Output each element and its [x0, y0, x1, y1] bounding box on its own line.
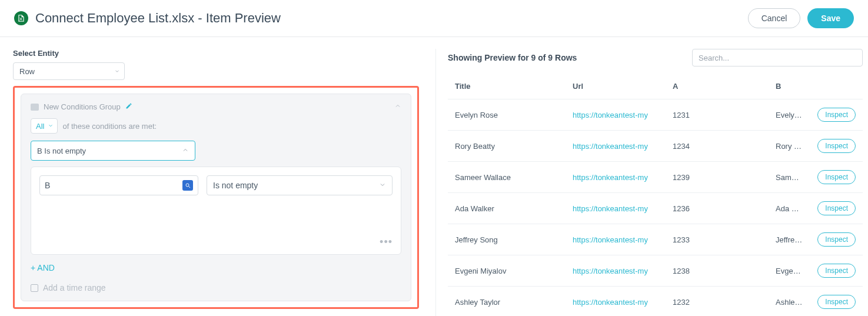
inspect-button[interactable]: Inspect [817, 295, 856, 309]
operator-select-value: Is not empty [213, 181, 258, 190]
cell-title: Sameer Wallace [448, 162, 566, 193]
cell-b: Sameer Wallace [769, 162, 810, 193]
url-link[interactable]: https://tonkeantest-my [573, 235, 648, 244]
cell-title: Ada Walker [448, 193, 566, 224]
chevron-down-icon [48, 122, 54, 131]
cell-b: Evelyn Rose [769, 99, 810, 131]
cell-title: Jeffrey Song [448, 224, 566, 255]
search-input[interactable] [692, 49, 863, 66]
mode-select[interactable]: All [31, 118, 58, 134]
url-link[interactable]: https://tonkeantest-my [573, 267, 648, 275]
cell-a: 1233 [666, 224, 769, 255]
url-link[interactable]: https://tonkeantest-my [573, 204, 648, 213]
cell-b: Rory Beatty [769, 131, 810, 162]
cell-a: 1236 [666, 193, 769, 224]
inspect-button[interactable]: Inspect [817, 108, 856, 122]
table-row: Rory Beattyhttps://tonkeantest-my1234Ror… [448, 131, 863, 162]
more-actions-icon[interactable]: ••• [380, 236, 393, 248]
cell-a: 1239 [666, 162, 769, 193]
table-row: Sameer Wallacehttps://tonkeantest-my1239… [448, 162, 863, 193]
inspect-button[interactable]: Inspect [817, 264, 856, 278]
url-link[interactable]: https://tonkeantest-my [573, 298, 648, 307]
url-link[interactable]: https://tonkeantest-my [573, 111, 648, 119]
cell-b: Ada Walker [769, 193, 810, 224]
condition-editor-row: B Is not empty [39, 175, 393, 195]
condition-summary[interactable]: B Is not empty [31, 141, 195, 161]
field-input-value: B [45, 181, 50, 190]
cell-title: Ashley Taylor [448, 287, 566, 317]
cell-b: Ashley Taylor [769, 287, 810, 317]
entity-select-wrap[interactable]: Row [13, 62, 125, 80]
cell-url: https://tonkeantest-my [566, 287, 666, 317]
url-link[interactable]: https://tonkeantest-my [573, 173, 648, 182]
save-button[interactable]: Save [807, 8, 854, 28]
content: Select Entity Row New Conditions Group [0, 37, 868, 316]
conditions-highlight-box: New Conditions Group All [13, 86, 419, 309]
preview-title: Showing Preview for 9 of 9 Rows [448, 53, 577, 62]
time-range-checkbox[interactable] [31, 284, 38, 292]
table-header-row: Title Url A B [448, 74, 863, 99]
field-picker-icon[interactable] [182, 180, 193, 191]
chevron-down-icon [379, 181, 386, 190]
time-range-label: Add a time range [43, 283, 106, 292]
cell-url: https://tonkeantest-my [566, 162, 666, 193]
folder-icon [31, 104, 39, 111]
table-row: Ashley Taylorhttps://tonkeantest-my1232A… [448, 287, 863, 317]
condition-editor: B Is not empty ••• [31, 167, 401, 255]
cell-url: https://tonkeantest-my [566, 224, 666, 255]
mode-select-value: All [36, 122, 44, 131]
time-range-row[interactable]: Add a time range [31, 283, 401, 292]
preview-table: Title Url A B Evelyn Rosehttps://tonkean… [448, 74, 863, 316]
cell-b: Jeffrey Song [769, 224, 810, 255]
col-title[interactable]: Title [448, 74, 566, 99]
table-row: Evelyn Rosehttps://tonkeantest-my1231Eve… [448, 99, 863, 131]
chevron-up-icon[interactable] [394, 102, 401, 111]
operator-select[interactable]: Is not empty [207, 175, 393, 195]
inspect-button[interactable]: Inspect [817, 232, 856, 247]
col-url[interactable]: Url [566, 74, 666, 99]
cell-title: Rory Beatty [448, 131, 566, 162]
col-a[interactable]: A [666, 74, 769, 99]
col-actions [810, 74, 863, 99]
url-link[interactable]: https://tonkeantest-my [573, 142, 648, 151]
condition-summary-text: B Is not empty [37, 147, 86, 155]
cell-actions: Inspect [810, 287, 863, 317]
excel-file-icon [14, 11, 28, 25]
cell-a: 1231 [666, 99, 769, 131]
cell-actions: Inspect [810, 255, 863, 287]
svg-line-1 [189, 187, 191, 188]
entity-select[interactable]: Row [13, 62, 125, 80]
cell-a: 1232 [666, 287, 769, 317]
inspect-button[interactable]: Inspect [817, 201, 856, 215]
col-b[interactable]: B [769, 74, 810, 99]
add-and-condition[interactable]: + AND [31, 263, 401, 272]
cell-url: https://tonkeantest-my [566, 255, 666, 287]
select-entity-label: Select Entity [13, 49, 419, 58]
field-input[interactable]: B [39, 175, 198, 195]
preview-header: Showing Preview for 9 of 9 Rows [448, 49, 863, 66]
edit-icon[interactable] [125, 102, 132, 111]
topbar: Connect Employee List.xlsx - Item Previe… [0, 0, 868, 37]
mode-select-wrap[interactable]: All [31, 118, 58, 134]
cell-url: https://tonkeantest-my [566, 193, 666, 224]
group-header: New Conditions Group [31, 102, 401, 111]
cell-actions: Inspect [810, 99, 863, 131]
cell-actions: Inspect [810, 162, 863, 193]
conditions-group: New Conditions Group All [21, 94, 411, 301]
inspect-button[interactable]: Inspect [817, 139, 856, 153]
table-row: Ada Walkerhttps://tonkeantest-my1236Ada … [448, 193, 863, 224]
cell-actions: Inspect [810, 131, 863, 162]
cell-actions: Inspect [810, 224, 863, 255]
table-row: Evgeni Miyalovhttps://tonkeantest-my1238… [448, 255, 863, 287]
cell-actions: Inspect [810, 193, 863, 224]
right-panel: Showing Preview for 9 of 9 Rows Title Ur… [435, 49, 863, 316]
inspect-button[interactable]: Inspect [817, 170, 856, 184]
cell-title: Evelyn Rose [448, 99, 566, 131]
conditions-suffix: of these conditions are met: [62, 122, 157, 131]
cell-url: https://tonkeantest-my [566, 131, 666, 162]
chevron-up-icon [182, 147, 189, 155]
left-panel: Select Entity Row New Conditions Group [13, 49, 419, 316]
cancel-button[interactable]: Cancel [748, 8, 801, 28]
page-title: Connect Employee List.xlsx - Item Previe… [35, 11, 281, 26]
svg-point-0 [186, 184, 189, 187]
